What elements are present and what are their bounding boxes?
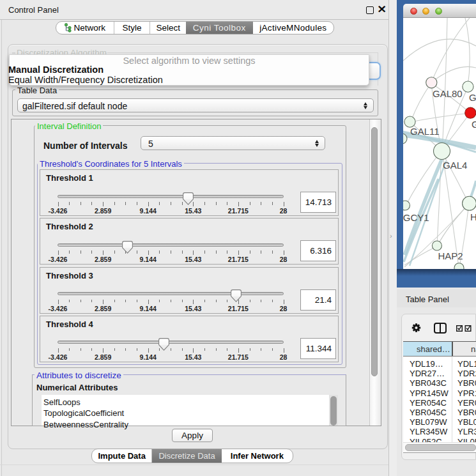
- svg-text:GAL80: GAL80: [433, 88, 463, 99]
- svg-text:HAP2: HAP2: [438, 250, 463, 261]
- svg-text:GCY1: GCY1: [403, 212, 429, 223]
- svg-text:HIS4: HIS4: [470, 211, 476, 222]
- svg-text:GAL: GAL: [472, 119, 476, 130]
- svg-text:GAL11: GAL11: [410, 126, 440, 137]
- svg-text:GAL4: GAL4: [443, 160, 467, 171]
- svg-text:GAL3: GAL3: [469, 92, 476, 103]
